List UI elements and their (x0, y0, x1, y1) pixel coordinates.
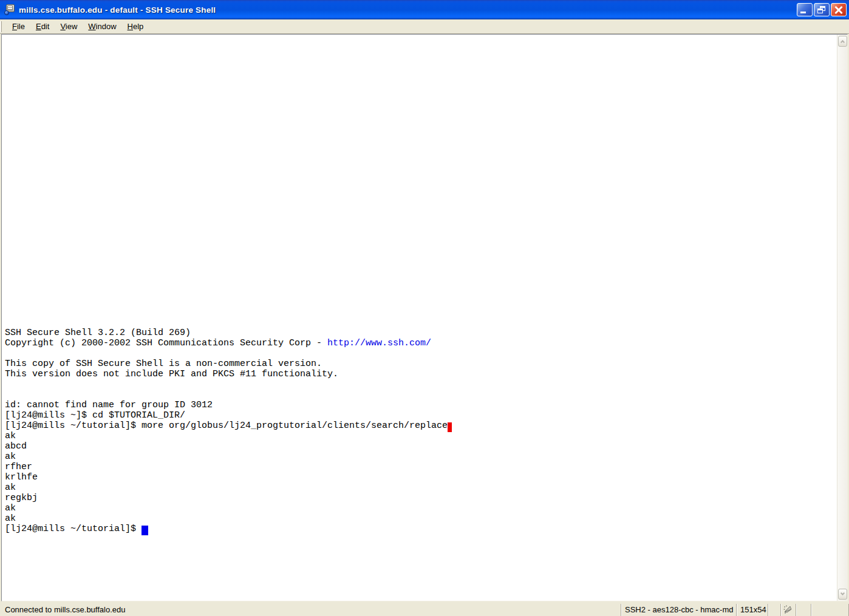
terminal-text: rfher (5, 462, 32, 472)
terminal-text: This copy of SSH Secure Shell is a non-c… (5, 359, 322, 369)
terminal-line: This version does not include PKI and PK… (5, 369, 834, 379)
terminal-screen[interactable]: SSH Secure Shell 3.2.2 (Build 269)Copyri… (2, 35, 837, 601)
close-button[interactable] (831, 3, 847, 16)
terminal-text: This version does not include PKI and PK… (5, 369, 338, 379)
status-bar: Connected to mills.cse.buffalo.edu SSH2 … (0, 603, 849, 616)
minimize-button[interactable] (797, 3, 813, 16)
terminal-line: ak (5, 503, 834, 513)
menu-item-help[interactable]: Help (122, 20, 149, 33)
terminal-text: krlhfe (5, 472, 38, 482)
ssh-website-link[interactable]: http://www.ssh.com/ (327, 338, 431, 348)
terminal-line: [lj24@mills ~/tutorial]$ (5, 524, 834, 534)
block-cursor-blue (142, 526, 148, 535)
terminal-line: ak (5, 431, 834, 441)
terminal-line: rfher (5, 462, 834, 472)
monitor-icon-screen (7, 5, 13, 10)
terminal-line (5, 379, 834, 390)
menu-item-view[interactable]: View (55, 20, 83, 33)
terminal-line: This copy of SSH Secure Shell is a non-c… (5, 359, 834, 369)
terminal-text: ak (5, 503, 16, 513)
menu-item-window[interactable]: Window (83, 20, 121, 33)
terminal-text: id: cannot find name for group ID 3012 (5, 400, 213, 410)
title-bar[interactable]: mills.cse.buffalo.edu - default - SSH Se… (0, 0, 849, 19)
menubar-gripper[interactable] (0, 21, 2, 32)
status-pane-empty-3 (811, 604, 849, 616)
status-icon-pane (780, 604, 796, 616)
terminal-text: ak (5, 482, 16, 493)
terminal-line: ak (5, 452, 834, 462)
terminal-text: [lj24@mills ~/tutorial]$ more org/globus… (5, 421, 448, 431)
window-controls (797, 3, 847, 16)
restore-button[interactable] (814, 3, 830, 16)
status-pane-empty-1 (768, 604, 780, 616)
terminal-line: regkbj (5, 493, 834, 503)
app-icon[interactable] (4, 4, 15, 15)
chevron-up-icon (840, 40, 845, 44)
terminal-size-pane: 151x54 (736, 604, 768, 616)
encryption-pane: SSH2 - aes128-cbc - hmac-md (621, 604, 736, 616)
scroll-up-button[interactable] (838, 36, 847, 47)
globe-icon (4, 10, 9, 15)
ssh-secure-shell-window: mills.cse.buffalo.edu - default - SSH Se… (0, 0, 849, 616)
terminal-text: ak (5, 452, 16, 462)
terminal-text: regkbj (5, 493, 38, 503)
menu-item-file[interactable]: File (7, 20, 30, 33)
connection-status: Connected to mills.cse.buffalo.edu (0, 604, 621, 616)
window-title: mills.cse.buffalo.edu - default - SSH Se… (19, 5, 216, 15)
terminal-text: [lj24@mills ~]$ cd $TUTORIAL_DIR/ (5, 410, 185, 421)
terminal-line: abcd (5, 441, 834, 452)
terminal-line: ak (5, 513, 834, 524)
minimize-icon (800, 12, 806, 13)
terminal-line: [lj24@mills ~/tutorial]$ more org/globus… (5, 421, 834, 431)
chevron-down-icon (840, 591, 845, 595)
terminal-text: Copyright (c) 2000-2002 SSH Communicatio… (5, 338, 327, 348)
menu-bar: File Edit View Window Help (0, 19, 849, 34)
terminal-text: SSH Secure Shell 3.2.2 (Build 269) (5, 328, 191, 338)
terminal-line: [lj24@mills ~]$ cd $TUTORIAL_DIR/ (5, 410, 834, 421)
terminal-outer: SSH Secure Shell 3.2.2 (Build 269)Copyri… (0, 34, 849, 603)
status-pane-empty-2 (796, 604, 811, 616)
scroll-down-button[interactable] (838, 589, 847, 600)
terminal-panel: SSH Secure Shell 3.2.2 (Build 269)Copyri… (1, 34, 848, 601)
terminal-text: ak (5, 431, 16, 441)
terminal-line: Copyright (c) 2000-2002 SSH Communicatio… (5, 338, 834, 348)
terminal-line: id: cannot find name for group ID 3012 (5, 400, 834, 410)
terminal-line: ak (5, 482, 834, 493)
terminal-line: krlhfe (5, 472, 834, 482)
terminal-line: SSH Secure Shell 3.2.2 (Build 269) (5, 328, 834, 338)
status-pen-icon (783, 605, 793, 614)
menu-item-edit[interactable]: Edit (30, 20, 55, 33)
terminal-text: ak (5, 513, 16, 524)
terminal-line (5, 390, 834, 400)
terminal-line (5, 348, 834, 359)
terminal-text: [lj24@mills ~/tutorial]$ (5, 524, 142, 534)
vertical-scrollbar[interactable] (837, 35, 847, 601)
block-cursor-red (448, 422, 452, 432)
terminal-text: abcd (5, 441, 27, 452)
